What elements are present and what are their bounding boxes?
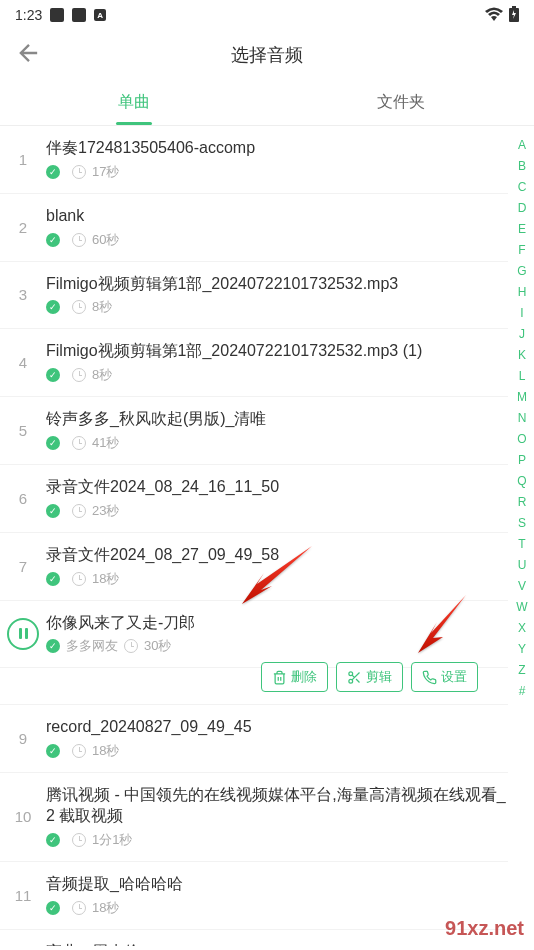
alpha-letter[interactable]: # xyxy=(519,684,526,698)
delete-button[interactable]: 删除 xyxy=(261,662,328,692)
check-icon: ✓ xyxy=(46,300,60,314)
clock-icon xyxy=(72,165,86,179)
item-title: 录音文件2024_08_24_16_11_50 xyxy=(46,477,508,498)
item-index: 3 xyxy=(0,286,46,303)
alpha-letter[interactable]: S xyxy=(518,516,526,530)
list-item[interactable]: 6 录音文件2024_08_24_16_11_50 ✓ 23秒 xyxy=(0,465,508,533)
list-item[interactable]: 9 record_20240827_09_49_45 ✓ 18秒 xyxy=(0,705,508,773)
alpha-letter[interactable]: Q xyxy=(517,474,526,488)
check-icon: ✓ xyxy=(46,368,60,382)
item-index: 9 xyxy=(0,730,46,747)
clock-icon xyxy=(124,639,138,653)
clock-icon xyxy=(72,233,86,247)
list-item[interactable]: 12 夜曲 - 周杰伦 ✓ 3分46秒 xyxy=(0,930,508,946)
item-index: 11 xyxy=(0,887,46,904)
alpha-letter[interactable]: W xyxy=(516,600,527,614)
item-duration: 17秒 xyxy=(92,163,119,181)
item-title: 你像风来了又走-刀郎 xyxy=(46,613,508,634)
list-item[interactable]: 5 铃声多多_秋风吹起(男版)_清唯 ✓ 41秒 xyxy=(0,397,508,465)
alpha-letter[interactable]: O xyxy=(517,432,526,446)
alpha-letter[interactable]: U xyxy=(518,558,527,572)
status-time: 1:23 xyxy=(15,7,42,23)
list-item[interactable]: 10 腾讯视频 - 中国领先的在线视频媒体平台,海量高清视频在线观看_2 截取视… xyxy=(0,773,508,862)
alpha-index[interactable]: ABCDEFGHIJKLMNOPQRSTUVWXYZ# xyxy=(512,126,532,698)
item-meta: ✓ 18秒 xyxy=(46,570,508,588)
tab-folder[interactable]: 文件夹 xyxy=(267,80,534,125)
page-title: 选择音频 xyxy=(231,43,303,67)
item-meta: ✓ 多多网友 30秒 xyxy=(46,637,508,655)
item-duration: 30秒 xyxy=(144,637,171,655)
alpha-letter[interactable]: L xyxy=(519,369,526,383)
header: 选择音频 xyxy=(0,30,534,80)
list-item[interactable]: 3 Filmigo视频剪辑第1部_20240722101732532.mp3 ✓… xyxy=(0,262,508,330)
alpha-letter[interactable]: Y xyxy=(518,642,526,656)
alpha-letter[interactable]: E xyxy=(518,222,526,236)
set-button[interactable]: 设置 xyxy=(411,662,478,692)
item-meta: ✓ 17秒 xyxy=(46,163,508,181)
item-meta: ✓ 41秒 xyxy=(46,434,508,452)
clock-icon xyxy=(72,300,86,314)
item-title: 音频提取_哈哈哈哈 xyxy=(46,874,508,895)
alpha-letter[interactable]: N xyxy=(518,411,527,425)
back-button[interactable] xyxy=(15,39,43,71)
svg-rect-1 xyxy=(512,6,516,8)
item-title: blank xyxy=(46,206,508,227)
alpha-letter[interactable]: X xyxy=(518,621,526,635)
item-title: 伴奏1724813505406-accomp xyxy=(46,138,508,159)
item-title: 夜曲 - 周杰伦 xyxy=(46,942,508,946)
alpha-letter[interactable]: J xyxy=(519,327,525,341)
item-duration: 23秒 xyxy=(92,502,119,520)
list-item[interactable]: 11 音频提取_哈哈哈哈 ✓ 18秒 xyxy=(0,862,508,930)
list-item[interactable]: 你像风来了又走-刀郎 ✓ 多多网友 30秒 xyxy=(0,601,508,669)
alpha-letter[interactable]: M xyxy=(517,390,527,404)
alpha-letter[interactable]: P xyxy=(518,453,526,467)
alpha-letter[interactable]: I xyxy=(520,306,523,320)
alpha-letter[interactable]: R xyxy=(518,495,527,509)
status-indicator xyxy=(50,8,64,22)
check-icon: ✓ xyxy=(46,165,60,179)
alpha-letter[interactable]: C xyxy=(518,180,527,194)
item-title: Filmigo视频剪辑第1部_20240722101732532.mp3 (1) xyxy=(46,341,508,362)
check-icon: ✓ xyxy=(46,572,60,586)
item-meta: ✓ 8秒 xyxy=(46,298,508,316)
tab-single[interactable]: 单曲 xyxy=(0,80,267,125)
item-duration: 41秒 xyxy=(92,434,119,452)
edit-button[interactable]: 剪辑 xyxy=(336,662,403,692)
clock-icon xyxy=(72,436,86,450)
alpha-letter[interactable]: Z xyxy=(518,663,525,677)
list-item[interactable]: 4 Filmigo视频剪辑第1部_20240722101732532.mp3 (… xyxy=(0,329,508,397)
pause-button[interactable] xyxy=(0,618,46,650)
item-index: 5 xyxy=(0,422,46,439)
list-item[interactable]: 2 blank ✓ 60秒 xyxy=(0,194,508,262)
audio-list: 1 伴奏1724813505406-accomp ✓ 17秒 2 blank ✓… xyxy=(0,126,534,946)
item-meta: ✓ 18秒 xyxy=(46,742,508,760)
alpha-letter[interactable]: D xyxy=(518,201,527,215)
tabs: 单曲 文件夹 xyxy=(0,80,534,126)
alpha-letter[interactable]: T xyxy=(518,537,525,551)
status-a-icon: A xyxy=(94,9,106,21)
item-meta: ✓ 23秒 xyxy=(46,502,508,520)
item-index: 10 xyxy=(0,808,46,825)
alpha-letter[interactable]: G xyxy=(517,264,526,278)
clock-icon xyxy=(72,833,86,847)
item-meta: ✓ 60秒 xyxy=(46,231,508,249)
item-index: 1 xyxy=(0,151,46,168)
item-title: 腾讯视频 - 中国领先的在线视频媒体平台,海量高清视频在线观看_2 截取视频 xyxy=(46,785,508,827)
item-duration: 18秒 xyxy=(92,570,119,588)
list-item[interactable]: 1 伴奏1724813505406-accomp ✓ 17秒 xyxy=(0,126,508,194)
alpha-letter[interactable]: B xyxy=(518,159,526,173)
check-icon: ✓ xyxy=(46,504,60,518)
action-buttons: 删除 剪辑 设置 xyxy=(0,662,508,705)
alpha-letter[interactable]: F xyxy=(518,243,525,257)
item-duration: 18秒 xyxy=(92,899,119,917)
alpha-letter[interactable]: H xyxy=(518,285,527,299)
list-item[interactable]: 7 录音文件2024_08_27_09_49_58 ✓ 18秒 xyxy=(0,533,508,601)
alpha-letter[interactable]: V xyxy=(518,579,526,593)
alpha-letter[interactable]: A xyxy=(518,138,526,152)
item-duration: 60秒 xyxy=(92,231,119,249)
item-title: record_20240827_09_49_45 xyxy=(46,717,508,738)
alpha-letter[interactable]: K xyxy=(518,348,526,362)
item-duration: 8秒 xyxy=(92,298,112,316)
check-icon: ✓ xyxy=(46,833,60,847)
item-duration: 8秒 xyxy=(92,366,112,384)
